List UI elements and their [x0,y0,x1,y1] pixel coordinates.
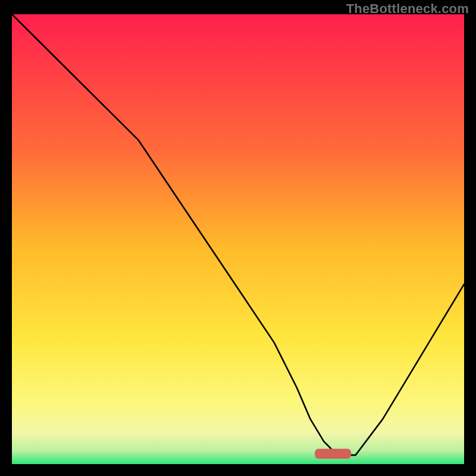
chart-frame: TheBottleneck.com [0,0,476,476]
watermark-text: TheBottleneck.com [346,1,469,17]
bottleneck-chart-svg [12,14,464,464]
optimal-marker [315,449,351,459]
plot-area [12,14,464,464]
